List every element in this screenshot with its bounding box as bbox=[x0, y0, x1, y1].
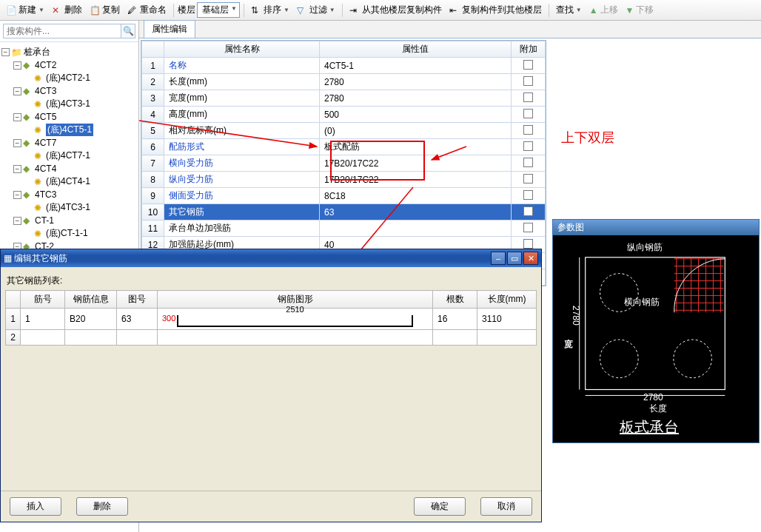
tab-property-edit[interactable]: 属性编辑 bbox=[144, 20, 195, 38]
tree-item[interactable]: (底)4CT2-1 bbox=[1, 71, 137, 85]
checkbox[interactable] bbox=[523, 92, 533, 102]
copy-button[interactable]: 📋复制 bbox=[87, 2, 123, 18]
checkbox[interactable] bbox=[523, 158, 533, 167]
copy-icon: 📋 bbox=[90, 5, 100, 16]
copy-to-button[interactable]: ⇤复制构件到其他楼层 bbox=[446, 2, 545, 18]
sort-button[interactable]: ⇅排序▼ bbox=[248, 2, 292, 18]
copy-from-button[interactable]: ⇥从其他楼层复制构件 bbox=[346, 2, 445, 18]
param-panel: 参数图 纵向钢筋 横向钢 bbox=[552, 219, 760, 443]
floor-label: 楼层 bbox=[178, 4, 195, 16]
rebar-row[interactable]: 2 bbox=[6, 330, 537, 346]
rebar-table[interactable]: 筋号 钢筋信息 图号 钢筋图形 根数 长度(mm) 11B20633002510… bbox=[5, 290, 537, 346]
node-icon bbox=[23, 189, 33, 200]
new-button[interactable]: 📄新建▼ bbox=[3, 2, 47, 18]
checkbox[interactable] bbox=[523, 60, 533, 70]
cancel-button[interactable]: 取消 bbox=[480, 497, 532, 516]
search-go-button[interactable]: 🔍 bbox=[121, 24, 135, 38]
property-row[interactable]: 9侧面受力筋8C18 bbox=[142, 188, 546, 204]
property-row[interactable]: 1名称4CT5-1 bbox=[142, 58, 546, 74]
tree-item[interactable]: −CT-1 bbox=[1, 215, 137, 226]
tree-item[interactable]: (底)4CT7-1 bbox=[1, 149, 137, 163]
collapse-icon[interactable]: − bbox=[1, 48, 10, 56]
checkbox[interactable] bbox=[523, 76, 533, 86]
minimize-button[interactable]: – bbox=[491, 252, 506, 265]
property-row[interactable]: 2长度(mm)2780 bbox=[142, 74, 546, 90]
property-row[interactable]: 7横向受力筋17B20/17C22 bbox=[142, 155, 546, 172]
up-icon: ▲ bbox=[589, 5, 598, 16]
delete-icon: ✕ bbox=[52, 5, 62, 16]
checkbox[interactable] bbox=[523, 239, 533, 249]
list-label: 其它钢筋列表: bbox=[7, 275, 535, 287]
collapse-icon[interactable]: − bbox=[13, 191, 21, 199]
tree-item[interactable]: (底)4TC3-1 bbox=[1, 201, 137, 215]
node-icon bbox=[23, 138, 33, 148]
tree-item[interactable]: (底)CT-1-1 bbox=[1, 226, 137, 240]
down-icon: ▼ bbox=[626, 5, 634, 16]
tree-item[interactable]: (底)4CT5-1 bbox=[1, 123, 137, 137]
main-toolbar: 📄新建▼ ✕删除 📋复制 🖉重命名 楼层 基础层 ▼ ⇅排序▼ ▽过滤▼ ⇥从其… bbox=[0, 0, 761, 21]
maximize-button[interactable]: ▭ bbox=[507, 252, 522, 265]
tree-item[interactable]: −4CT7 bbox=[1, 137, 137, 149]
property-row[interactable]: 10其它钢筋63 bbox=[142, 204, 546, 220]
property-row[interactable]: 3宽度(mm)2780 bbox=[142, 90, 546, 107]
tree-item[interactable]: −4CT5 bbox=[1, 111, 137, 123]
edit-titlebar[interactable]: ▦ 编辑其它钢筋 – ▭ ✕ bbox=[1, 249, 541, 267]
property-row[interactable]: 6配筋形式板式配筋 bbox=[142, 139, 546, 155]
rename-button[interactable]: 🖉重命名 bbox=[124, 2, 170, 18]
checkbox[interactable] bbox=[523, 174, 533, 183]
tree-root[interactable]: 桩承台 bbox=[24, 46, 50, 58]
tree-item[interactable]: −4CT2 bbox=[1, 59, 137, 71]
collapse-icon[interactable]: − bbox=[13, 139, 21, 147]
move-down-button: ▼下移 bbox=[623, 2, 657, 18]
tree-item[interactable]: (底)4CT4-1 bbox=[1, 175, 137, 189]
param-diagram: 纵向钢筋 横向钢筋 宽度 2780 2780 长度 板式承台 bbox=[553, 235, 759, 442]
col-value: 属性值 bbox=[320, 41, 512, 58]
leaf-icon bbox=[34, 203, 44, 213]
collapse-icon[interactable]: − bbox=[13, 87, 21, 95]
svg-rect-3 bbox=[586, 257, 725, 390]
collapse-icon[interactable]: − bbox=[13, 61, 21, 70]
app-icon: ▦ bbox=[4, 253, 12, 263]
node-icon bbox=[23, 86, 33, 96]
tree-item[interactable]: (底)4CT3-1 bbox=[1, 97, 137, 111]
new-icon: 📄 bbox=[6, 5, 16, 16]
col-att: 附加 bbox=[512, 41, 546, 58]
copy-to-icon: ⇤ bbox=[449, 5, 460, 16]
rename-icon: 🖉 bbox=[127, 5, 138, 16]
property-row[interactable]: 4高度(mm)500 bbox=[142, 107, 546, 123]
tree-item[interactable]: −4CT3 bbox=[1, 85, 137, 97]
checkbox[interactable] bbox=[523, 206, 533, 216]
search-bar: 🔍 bbox=[0, 21, 138, 42]
property-row[interactable]: 8纵向受力筋17B20/17C22 bbox=[142, 172, 546, 188]
close-button[interactable]: ✕ bbox=[523, 252, 538, 265]
rebar-row[interactable]: 11B20633002510163110 bbox=[6, 309, 537, 330]
property-row[interactable]: 11承台单边加强筋 bbox=[142, 220, 546, 237]
checkbox[interactable] bbox=[523, 109, 533, 118]
checkbox[interactable] bbox=[523, 141, 533, 151]
tree-item[interactable]: −4TC3 bbox=[1, 189, 137, 201]
ok-button[interactable]: 确定 bbox=[414, 497, 466, 516]
move-up-button: ▲上移 bbox=[586, 2, 621, 18]
delete-button[interactable]: ✕删除 bbox=[49, 2, 85, 18]
copy-from-icon: ⇥ bbox=[349, 5, 360, 16]
leaf-icon bbox=[34, 177, 44, 187]
node-icon bbox=[23, 112, 33, 122]
checkbox[interactable] bbox=[523, 125, 533, 135]
search-input[interactable] bbox=[3, 24, 121, 38]
delete-row-button[interactable]: 删除 bbox=[76, 497, 128, 516]
leaf-icon bbox=[34, 125, 44, 135]
find-button[interactable]: 查找▼ bbox=[553, 2, 585, 18]
insert-button[interactable]: 插入 bbox=[10, 497, 61, 516]
checkbox[interactable] bbox=[523, 190, 533, 200]
filter-button[interactable]: ▽过滤▼ bbox=[294, 2, 338, 18]
collapse-icon[interactable]: − bbox=[13, 165, 21, 173]
property-row[interactable]: 5相对底标高(m)(0) bbox=[142, 123, 546, 139]
collapse-icon[interactable]: − bbox=[13, 113, 21, 121]
node-icon bbox=[23, 215, 33, 226]
layer-combo[interactable]: 基础层 ▼ bbox=[197, 2, 240, 18]
checkbox[interactable] bbox=[523, 223, 533, 232]
collapse-icon[interactable]: − bbox=[13, 217, 21, 225]
leaf-icon bbox=[34, 229, 44, 239]
svg-point-6 bbox=[674, 340, 712, 378]
tree-item[interactable]: −4CT4 bbox=[1, 163, 137, 175]
